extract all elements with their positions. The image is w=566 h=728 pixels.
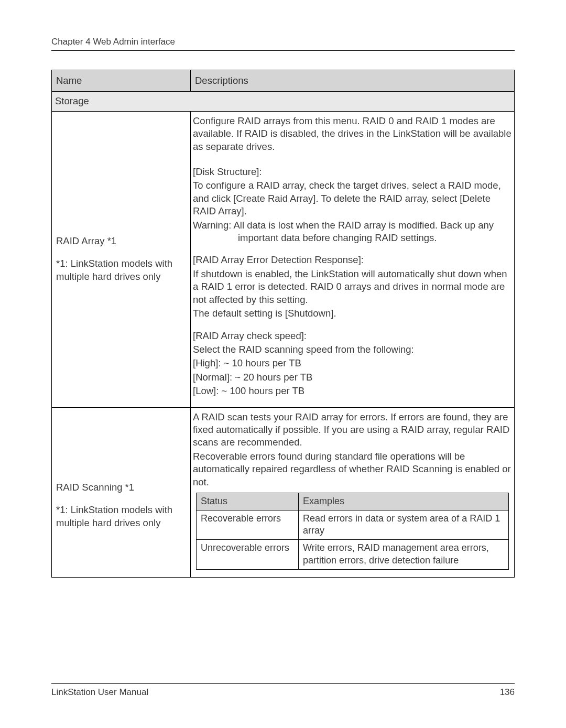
section-row-storage: Storage xyxy=(52,92,515,111)
inner-cell: Unrecoverable errors xyxy=(197,540,299,570)
desc-heading: [RAID Array Error Detection Response]: xyxy=(193,254,512,266)
name-cell-raid-scanning: RAID Scanning *1 *1: LinkStation models … xyxy=(52,407,191,577)
desc-heading: [RAID Array check speed]: xyxy=(193,330,512,342)
table-row: RAID Array *1 *1: LinkStation models wit… xyxy=(52,111,515,407)
desc-paragraph: Configure RAID arrays from this menu. RA… xyxy=(193,115,512,153)
table-header-row: Name Descriptions xyxy=(52,70,515,92)
desc-warning: Warning: All data is lost when the RAID … xyxy=(193,219,512,245)
footer-title: LinkStation User Manual xyxy=(51,687,148,698)
page-footer: LinkStation User Manual 136 xyxy=(51,683,515,698)
inner-header-status: Status xyxy=(197,493,299,510)
desc-paragraph: Select the RAID scanning speed from the … xyxy=(193,343,512,356)
inner-header-examples: Examples xyxy=(299,493,509,510)
name-cell-raid-array: RAID Array *1 *1: LinkStation models wit… xyxy=(52,111,191,407)
name-line: *1: LinkStation models with multiple har… xyxy=(56,257,186,284)
desc-cell-raid-scanning: A RAID scan tests your RAID array for er… xyxy=(191,407,515,577)
status-examples-table: Status Examples Recoverable errors Read … xyxy=(196,493,509,570)
desc-line: [Low]: ~ 100 hours per TB xyxy=(193,385,512,397)
desc-heading: [Disk Structure]: xyxy=(193,166,512,178)
col-header-descriptions: Descriptions xyxy=(191,70,515,92)
section-label: Storage xyxy=(52,92,515,111)
desc-cell-raid-array: Configure RAID arrays from this menu. RA… xyxy=(191,111,515,407)
inner-cell: Read errors in data or system area of a … xyxy=(299,510,509,540)
desc-line: [Normal]: ~ 20 hours per TB xyxy=(193,371,512,384)
page-number: 136 xyxy=(500,687,515,698)
inner-cell: Recoverable errors xyxy=(197,510,299,540)
desc-line: [High]: ~ 10 hours per TB xyxy=(193,357,512,370)
desc-paragraph: The default setting is [Shutdown]. xyxy=(193,307,512,320)
table-row: RAID Scanning *1 *1: LinkStation models … xyxy=(52,407,515,577)
col-header-name: Name xyxy=(52,70,191,92)
desc-paragraph: To configure a RAID array, check the tar… xyxy=(193,179,512,218)
desc-paragraph: A RAID scan tests your RAID array for er… xyxy=(193,411,512,449)
desc-paragraph: If shutdown is enabled, the LinkStation … xyxy=(193,268,512,306)
desc-paragraph: Recoverable errors found during standard… xyxy=(193,450,512,488)
inner-cell: Write errors, RAID management area error… xyxy=(299,540,509,570)
settings-table: Name Descriptions Storage RAID Array *1 … xyxy=(51,70,515,578)
name-line: *1: LinkStation models with multiple har… xyxy=(56,504,186,530)
name-line: RAID Array *1 xyxy=(56,235,186,248)
name-line: RAID Scanning *1 xyxy=(56,481,186,494)
chapter-heading: Chapter 4 Web Admin interface xyxy=(51,37,515,51)
